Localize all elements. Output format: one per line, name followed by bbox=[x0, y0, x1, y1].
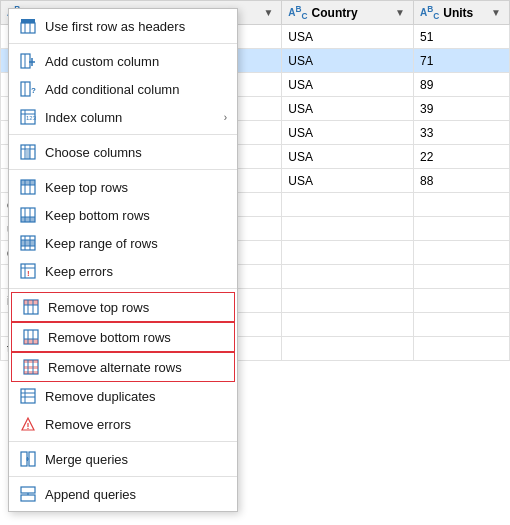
svg-rect-51 bbox=[24, 360, 38, 363]
cell-units bbox=[414, 217, 510, 241]
col-header-units: ABC Units ▼ bbox=[414, 1, 510, 25]
svg-point-61 bbox=[27, 428, 28, 429]
svg-text:123: 123 bbox=[26, 115, 36, 121]
menu-separator bbox=[9, 43, 237, 44]
menu-item-keep-top-rows[interactable]: Keep top rows bbox=[9, 173, 237, 201]
cell-units bbox=[414, 313, 510, 337]
country-type-icon: ABC bbox=[288, 4, 307, 21]
keep-top-icon bbox=[19, 178, 37, 196]
menu-item-choose-columns[interactable]: Choose columns bbox=[9, 138, 237, 166]
svg-rect-52 bbox=[24, 366, 38, 369]
cell-country bbox=[282, 193, 414, 217]
units-filter-button[interactable]: ▼ bbox=[489, 7, 503, 18]
menu-label-remove-alternate-rows: Remove alternate rows bbox=[48, 360, 224, 375]
remove-duplicates-icon bbox=[19, 387, 37, 405]
menu-separator bbox=[9, 476, 237, 477]
svg-rect-21 bbox=[21, 180, 35, 185]
menu-item-remove-errors[interactable]: Remove errors bbox=[9, 410, 237, 438]
menu-label-add-custom-column: Add custom column bbox=[45, 54, 227, 69]
svg-rect-53 bbox=[24, 371, 38, 374]
cell-country bbox=[282, 337, 414, 361]
svg-rect-19 bbox=[26, 150, 30, 159]
col-header-country: ABC Country ▼ bbox=[282, 1, 414, 25]
country-filter-button[interactable]: ▼ bbox=[393, 7, 407, 18]
menu-separator bbox=[9, 134, 237, 135]
svg-rect-68 bbox=[21, 495, 35, 501]
menu-item-add-custom-column[interactable]: Add custom column bbox=[9, 47, 237, 75]
add-column-icon bbox=[19, 52, 37, 70]
menu-label-remove-top-rows: Remove top rows bbox=[48, 300, 224, 315]
cell-units: 88 bbox=[414, 169, 510, 193]
keep-range-icon bbox=[19, 234, 37, 252]
period-filter-button[interactable]: ▼ bbox=[261, 7, 275, 18]
cell-units: 89 bbox=[414, 73, 510, 97]
menu-separator bbox=[9, 169, 237, 170]
remove-bottom-icon bbox=[22, 328, 40, 346]
cell-units bbox=[414, 337, 510, 361]
menu-label-index-column: Index column bbox=[45, 110, 216, 125]
cell-country: USA bbox=[282, 97, 414, 121]
menu-item-remove-alternate-rows[interactable]: Remove alternate rows bbox=[11, 352, 235, 382]
merge-icon bbox=[19, 450, 37, 468]
cell-units: 33 bbox=[414, 121, 510, 145]
cell-country bbox=[282, 241, 414, 265]
choose-columns-icon bbox=[19, 143, 37, 161]
svg-rect-26 bbox=[21, 217, 35, 222]
remove-alternate-icon bbox=[22, 358, 40, 376]
svg-rect-62 bbox=[21, 452, 27, 466]
svg-rect-31 bbox=[21, 240, 35, 246]
menu-label-use-first-row: Use first row as headers bbox=[45, 19, 227, 34]
menu-item-remove-duplicates[interactable]: Remove duplicates bbox=[9, 382, 237, 410]
cell-country: USA bbox=[282, 25, 414, 49]
cell-country: USA bbox=[282, 145, 414, 169]
cell-country: USA bbox=[282, 49, 414, 73]
menu-item-append-queries[interactable]: Append queries bbox=[9, 480, 237, 508]
menu-separator bbox=[9, 288, 237, 289]
svg-rect-46 bbox=[24, 339, 38, 344]
remove-top-icon bbox=[22, 298, 40, 316]
cell-units: 71 bbox=[414, 49, 510, 73]
svg-rect-63 bbox=[29, 452, 35, 466]
conditional-column-icon: ? bbox=[19, 80, 37, 98]
menu-item-remove-bottom-rows[interactable]: Remove bottom rows bbox=[11, 322, 235, 352]
units-type-icon: ABC bbox=[420, 4, 439, 21]
keep-errors-icon: ! bbox=[19, 262, 37, 280]
menu-label-keep-errors: Keep errors bbox=[45, 264, 227, 279]
cell-units bbox=[414, 241, 510, 265]
svg-rect-41 bbox=[24, 300, 38, 305]
cell-country: USA bbox=[282, 121, 414, 145]
context-menu: Use first row as headersAdd custom colum… bbox=[8, 8, 238, 512]
svg-line-66 bbox=[27, 459, 28, 461]
submenu-arrow-icon: › bbox=[224, 112, 227, 123]
menu-label-remove-bottom-rows: Remove bottom rows bbox=[48, 330, 224, 345]
menu-separator bbox=[9, 441, 237, 442]
svg-line-65 bbox=[27, 457, 28, 459]
remove-errors-icon bbox=[19, 415, 37, 433]
menu-item-keep-errors[interactable]: !Keep errors bbox=[9, 257, 237, 285]
menu-item-merge-queries[interactable]: Merge queries bbox=[9, 445, 237, 473]
svg-text:!: ! bbox=[27, 269, 30, 278]
menu-label-merge-queries: Merge queries bbox=[45, 452, 227, 467]
menu-item-keep-range-rows[interactable]: Keep range of rows bbox=[9, 229, 237, 257]
menu-item-index-column[interactable]: 123Index column› bbox=[9, 103, 237, 131]
svg-rect-56 bbox=[21, 389, 35, 403]
cell-country bbox=[282, 313, 414, 337]
cell-country bbox=[282, 217, 414, 241]
cell-country: USA bbox=[282, 169, 414, 193]
keep-bottom-icon bbox=[19, 206, 37, 224]
svg-rect-0 bbox=[21, 19, 35, 23]
cell-units: 51 bbox=[414, 25, 510, 49]
menu-label-keep-top-rows: Keep top rows bbox=[45, 180, 227, 195]
svg-text:?: ? bbox=[31, 86, 36, 95]
menu-item-remove-top-rows[interactable]: Remove top rows bbox=[11, 292, 235, 322]
cell-units bbox=[414, 289, 510, 313]
menu-item-use-first-row[interactable]: Use first row as headers bbox=[9, 12, 237, 40]
menu-label-choose-columns: Choose columns bbox=[45, 145, 227, 160]
menu-item-add-conditional-column[interactable]: ?Add conditional column bbox=[9, 75, 237, 103]
menu-label-keep-range-rows: Keep range of rows bbox=[45, 236, 227, 251]
menu-item-keep-bottom-rows[interactable]: Keep bottom rows bbox=[9, 201, 237, 229]
append-icon bbox=[19, 485, 37, 503]
cell-country: USA bbox=[282, 73, 414, 97]
cell-country bbox=[282, 265, 414, 289]
menu-label-keep-bottom-rows: Keep bottom rows bbox=[45, 208, 227, 223]
